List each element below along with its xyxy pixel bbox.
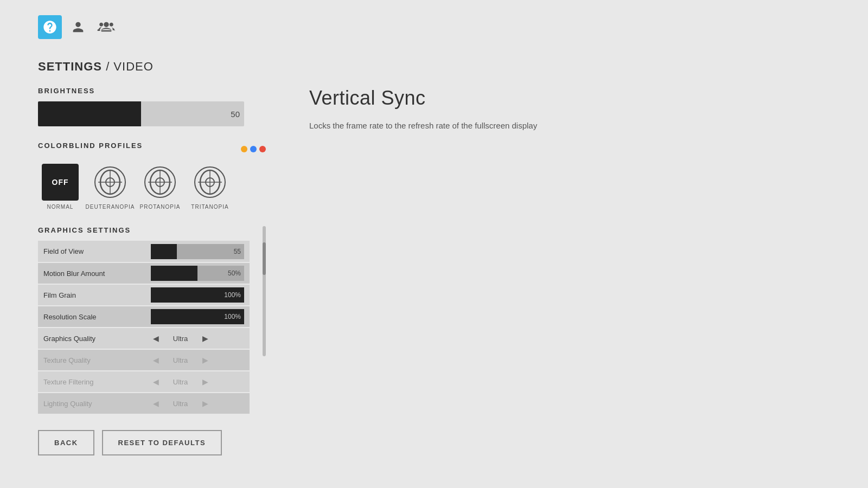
setting-name-motionblur: Motion Blur Amount (38, 262, 145, 284)
brightness-section: BRIGHTNESS 50 (38, 87, 266, 126)
setting-name-texturequality: Texture Quality (38, 349, 145, 371)
table-row: Lighting Quality ◀ Ultra ▶ (38, 393, 250, 414)
dot-blue (250, 146, 257, 152)
colorblind-off-label: NORMAL (47, 204, 74, 210)
eye-svg-protanopia (144, 166, 176, 198)
lighting-quality-value: Ultra (161, 400, 200, 408)
resscale-slider-track[interactable]: 100% (151, 309, 244, 324)
setting-control-graphicsquality[interactable]: ◀ Ultra ▶ (145, 328, 250, 349)
texture-quality-next[interactable]: ▶ (200, 354, 210, 367)
colorblind-label: COLORBLIND PROFILES (38, 142, 143, 150)
table-row: Texture Filtering ◀ Ultra ▶ (38, 371, 250, 393)
back-button[interactable]: BACK (38, 430, 94, 455)
graphics-section: GRAPHICS SETTINGS Field of View 55 (38, 226, 266, 415)
graphics-quality-next[interactable]: ▶ (200, 332, 210, 345)
profile-nav-button[interactable] (66, 15, 90, 39)
tritanopia-icon (192, 164, 228, 201)
setting-control-motionblur[interactable]: 50% (145, 262, 250, 284)
setting-control-resscale[interactable]: 100% (145, 306, 250, 328)
deuteranopia-icon (92, 164, 129, 201)
table-row: Film Grain 100% (38, 284, 250, 306)
setting-control-lightingquality[interactable]: ◀ Ultra ▶ (145, 393, 250, 414)
table-row: Field of View 55 (38, 241, 250, 262)
scrollbar-track[interactable] (263, 226, 266, 356)
setting-name-resscale: Resolution Scale (38, 306, 145, 328)
colorblind-options: OFF NORMAL DEUTERAN (38, 164, 266, 210)
scrollbar-thumb[interactable] (263, 242, 266, 275)
filmgrain-slider-track[interactable]: 100% (151, 287, 244, 303)
colorblind-option-protanopia[interactable]: PROTANOPIA (138, 164, 182, 210)
texture-filtering-next[interactable]: ▶ (200, 375, 210, 388)
setting-name-lightingquality: Lighting Quality (38, 393, 145, 414)
color-dots (241, 146, 266, 152)
right-panel: Vertical Sync Locks the frame rate to th… (309, 87, 580, 132)
brightness-value: 50 (231, 110, 240, 119)
colorblind-option-off[interactable]: OFF NORMAL (38, 164, 82, 210)
person-icon (71, 20, 86, 35)
off-button: OFF (42, 164, 79, 201)
eye-svg-deuteranopia (94, 166, 126, 198)
help-nav-button[interactable] (38, 15, 62, 39)
page-title-normal: / VIDEO (102, 60, 154, 73)
fov-slider-track[interactable]: 55 (151, 244, 244, 259)
help-icon (42, 20, 58, 35)
colorblind-section: COLORBLIND PROFILES OFF NORMAL (38, 142, 266, 210)
setting-name-filmgrain: Film Grain (38, 284, 145, 306)
info-title: Vertical Sync (309, 87, 580, 110)
group-icon (96, 20, 117, 35)
table-row: Graphics Quality ◀ Ultra ▶ (38, 328, 250, 349)
top-navigation (38, 15, 118, 39)
motionblur-slider-track[interactable]: 50% (151, 266, 244, 281)
colorblind-header: COLORBLIND PROFILES (38, 142, 266, 156)
brightness-label: BRIGHTNESS (38, 87, 266, 95)
colorblind-tritanopia-label: TRITANOPIA (191, 204, 228, 210)
setting-name-graphicsquality: Graphics Quality (38, 328, 145, 349)
graphics-table: Field of View 55 Motion Blur (38, 241, 250, 415)
table-row: Motion Blur Amount 50% (38, 262, 250, 284)
eye-svg-tritanopia (194, 166, 226, 198)
bottom-buttons: BACK RESET TO DEFAULTS (38, 430, 222, 455)
info-description: Locks the frame rate to the refresh rate… (309, 119, 580, 132)
dot-red (259, 146, 266, 152)
resscale-value: 100% (224, 313, 241, 320)
lighting-quality-prev[interactable]: ◀ (151, 397, 161, 410)
texture-quality-value: Ultra (161, 356, 200, 364)
main-content: SETTINGS / VIDEO BRIGHTNESS 50 COLORBLIN… (38, 60, 868, 488)
reset-to-defaults-button[interactable]: RESET TO DEFAULTS (102, 430, 222, 455)
table-row: Texture Quality ◀ Ultra ▶ (38, 349, 250, 371)
motionblur-slider-fill (151, 266, 197, 281)
page-title-bold: SETTINGS (38, 60, 102, 73)
colorblind-off-icon: OFF (42, 164, 79, 201)
texture-filtering-prev[interactable]: ◀ (151, 375, 161, 388)
setting-control-fov[interactable]: 55 (145, 241, 250, 262)
table-row: Resolution Scale 100% (38, 306, 250, 328)
setting-name-texturefiltering: Texture Filtering (38, 371, 145, 393)
setting-name-fov: Field of View (38, 241, 145, 262)
colorblind-protanopia-label: PROTANOPIA (140, 204, 181, 210)
texture-filtering-value: Ultra (161, 378, 200, 386)
fov-slider-fill (151, 244, 177, 259)
colorblind-option-tritanopia[interactable]: TRITANOPIA (188, 164, 232, 210)
group-nav-button[interactable] (94, 15, 118, 39)
graphics-label: GRAPHICS SETTINGS (38, 226, 266, 234)
filmgrain-value: 100% (224, 291, 241, 299)
setting-control-texturefiltering[interactable]: ◀ Ultra ▶ (145, 371, 250, 393)
brightness-slider[interactable]: 50 (38, 101, 244, 126)
protanopia-icon (142, 164, 178, 201)
brightness-fill (38, 101, 141, 126)
lighting-quality-next[interactable]: ▶ (200, 397, 210, 410)
texture-quality-prev[interactable]: ◀ (151, 354, 161, 367)
graphics-quality-value: Ultra (161, 335, 200, 343)
setting-control-texturequality[interactable]: ◀ Ultra ▶ (145, 349, 250, 371)
graphics-quality-prev[interactable]: ◀ (151, 332, 161, 345)
left-panel: BRIGHTNESS 50 COLORBLIND PROFILES (38, 87, 266, 415)
setting-control-filmgrain[interactable]: 100% (145, 284, 250, 306)
colorblind-option-deuteranopia[interactable]: DEUTERANOPIA (88, 164, 132, 210)
page-title: SETTINGS / VIDEO (38, 60, 868, 74)
motionblur-value: 50% (228, 269, 241, 277)
dot-yellow (241, 146, 247, 152)
fov-value: 55 (234, 248, 241, 255)
colorblind-deuteranopia-label: DEUTERANOPIA (86, 204, 135, 210)
